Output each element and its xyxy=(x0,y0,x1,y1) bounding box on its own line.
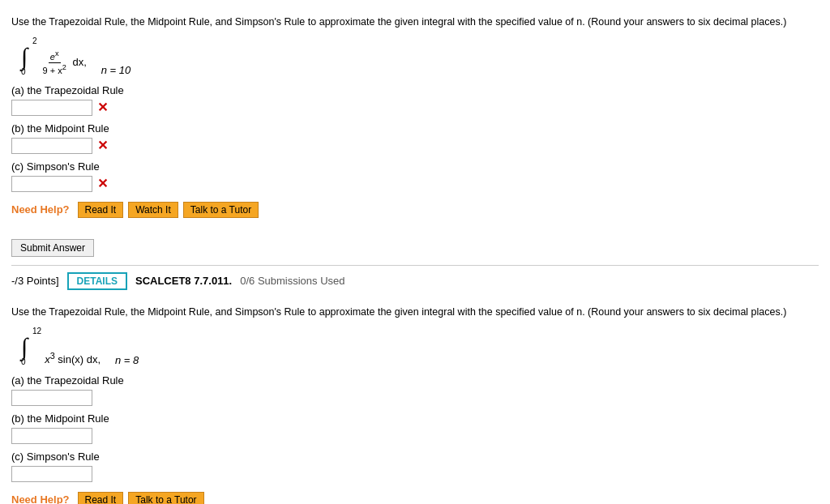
part-c-input-2[interactable] xyxy=(11,466,92,482)
need-help-label-1: Need Help? xyxy=(11,203,70,216)
read-it-button-2[interactable]: Read It xyxy=(78,492,124,505)
part-b-input-2[interactable] xyxy=(11,428,92,444)
part-c-input-1[interactable] xyxy=(11,176,92,192)
integral-lower-1: 0 xyxy=(21,67,26,76)
problem-1-section: Use the Trapezoidal Rule, the Midpoint R… xyxy=(11,8,819,233)
need-help-label-2: Need Help? xyxy=(11,493,70,504)
part-c-label-2: (c) Simpson's Rule xyxy=(11,451,819,463)
details-bar: -/3 Points] DETAILS SCALCET8 7.7.011. 0/… xyxy=(11,272,819,290)
problem-2-integral: 12 ∫ 0 x3 sin(x) dx, n = 8 xyxy=(21,327,819,366)
integral-upper-2: 12 xyxy=(32,327,41,335)
divider xyxy=(11,265,819,266)
part-a-label-1: (a) the Trapezoidal Rule xyxy=(11,84,819,96)
submit-answer-button-1[interactable]: Submit Answer xyxy=(11,239,94,257)
integral-expression-2: x3 sin(x) dx, xyxy=(45,351,101,365)
talk-to-tutor-button-2[interactable]: Talk to a Tutor xyxy=(128,492,203,505)
problem-1-integral: 2 ∫ 0 ex 9 + x2 dx, n = 10 xyxy=(21,36,819,76)
part-a-row-2 xyxy=(11,390,819,406)
part-c-error-1: ✕ xyxy=(97,176,108,191)
part-a-row-1: ✕ xyxy=(11,100,819,116)
n-value-2: n = 8 xyxy=(115,354,139,366)
submit-row-1: Submit Answer xyxy=(11,239,819,257)
watch-it-button-1[interactable]: Watch It xyxy=(128,202,178,218)
details-button[interactable]: DETAILS xyxy=(67,272,127,290)
talk-to-tutor-button-1[interactable]: Talk to a Tutor xyxy=(183,202,259,218)
points-label: -/3 Points] xyxy=(11,275,59,287)
part-b-label-1: (b) the Midpoint Rule xyxy=(11,122,819,135)
part-c-row-1: ✕ xyxy=(11,176,819,192)
n-value-1: n = 10 xyxy=(101,64,131,76)
problem-1-instruction: Use the Trapezoidal Rule, the Midpoint R… xyxy=(11,15,819,30)
integral-expression-1: ex 9 + x2 dx, xyxy=(40,49,87,76)
part-b-label-2: (b) the Midpoint Rule xyxy=(11,412,819,425)
part-b-input-1[interactable] xyxy=(11,138,92,154)
integral-upper-1: 2 xyxy=(32,36,37,45)
part-b-error-1: ✕ xyxy=(97,138,108,153)
integral-lower-2: 0 xyxy=(21,357,26,366)
part-c-label-1: (c) Simpson's Rule xyxy=(11,160,819,173)
problem-2-instruction: Use the Trapezoidal Rule, the Midpoint R… xyxy=(11,305,819,320)
part-c-row-2 xyxy=(11,466,819,482)
part-a-label-2: (a) the Trapezoidal Rule xyxy=(11,374,819,387)
part-b-row-1: ✕ xyxy=(11,138,819,154)
part-a-input-2[interactable] xyxy=(11,390,92,406)
need-help-row-2: Need Help? Read It Talk to a Tutor xyxy=(11,492,819,505)
integral-symbol-1: ∫ xyxy=(21,45,28,67)
part-a-input-1[interactable] xyxy=(11,100,92,116)
scalcet-label: SCALCET8 7.7.011. xyxy=(135,275,232,287)
integral-symbol-2: ∫ xyxy=(21,335,28,357)
need-help-row-1: Need Help? Read It Watch It Talk to a Tu… xyxy=(11,202,819,218)
read-it-button-1[interactable]: Read It xyxy=(78,202,124,218)
part-a-error-1: ✕ xyxy=(97,100,108,115)
problem-2-section: Use the Trapezoidal Rule, the Midpoint R… xyxy=(11,298,819,504)
part-b-row-2 xyxy=(11,428,819,444)
submissions-label: 0/6 Submissions Used xyxy=(240,275,344,287)
